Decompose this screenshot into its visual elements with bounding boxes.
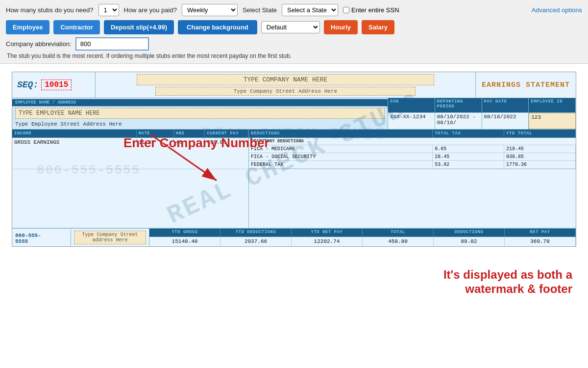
hourly-button[interactable]: Hourly [324, 20, 358, 34]
hrs-header: HRS [174, 130, 205, 137]
emp-id-value: 123 [529, 113, 576, 129]
reporting-period-value: 08/10/2022 - 08/16/ [435, 113, 482, 129]
employee-info-right: SSN REPORTING PERIOD PAY DATE EMPLOYEE I… [388, 98, 576, 129]
employee-button[interactable]: Employee [6, 20, 49, 34]
ssn-label: Enter entire SSN [351, 6, 399, 14]
current-pay-header: CURRENT PAY [205, 130, 248, 137]
fica-medicare-label: FICA - MEDICARE [249, 145, 433, 153]
employee-row: EMPLOYEE NAME / ADDRESS TYPE EMPLOYEE NA… [12, 98, 576, 130]
footer-addr-block: Type Company Street address Here [71, 229, 149, 246]
gross-earnings-section: GROSS EARNINGS 11.47 40 458.80 STATUTORY… [12, 138, 576, 169]
deposit-slip-button[interactable]: Deposit slip(+4.99) [104, 20, 174, 34]
fica-medicare-ytd: 219.45 [504, 145, 576, 153]
annotation-watermark: It's displayed as both a watermark & foo… [443, 268, 572, 295]
company-addr-field: Type Company Street Address Here [155, 87, 416, 96]
fica-ss-ytd: 938.85 [504, 153, 576, 160]
net-pay-header: NET PAY [505, 229, 576, 237]
total-tax-header: TOTAL TAX [433, 130, 504, 137]
income-deductions-area: INCOME RATE HRS CURRENT PAY DEDUCTIONS T… [12, 130, 576, 228]
ytd-deductions-header: YTD DEDUCTIONS [220, 229, 292, 237]
toolbar: How many stubs do you need? 12345 How ar… [0, 0, 588, 64]
company-name-field: TYPE COMPANY NAME HERE [137, 74, 434, 85]
stubs-select[interactable]: 12345 [98, 4, 119, 16]
pay-date-value: 08/18/2022 [482, 113, 529, 129]
ytd-gross-header: YTD GROSS [149, 229, 220, 237]
income-header: INCOME [12, 130, 137, 137]
gross-earnings-label: GROSS EARNINGS [12, 138, 137, 147]
deductions-footer-header: DEDUCTIONS [434, 229, 505, 237]
gross-hrs: 40 [174, 138, 205, 147]
ytd-gross-value: 15140.40 [149, 237, 220, 247]
gross-current-pay: 458.80 [205, 138, 248, 147]
toolbar-note: The stub you build is the most recent. I… [7, 53, 292, 59]
fica-medicare-row: FICA - MEDICARE 6.65 219.45 [249, 145, 576, 153]
contractor-button[interactable]: Contractor [53, 20, 99, 34]
gross-rate: 11.47 [137, 138, 174, 147]
default-select[interactable]: DefaultOption 2Option 3 [261, 21, 320, 33]
deductions-header: DEDUCTIONS [249, 130, 433, 137]
fica-medicare-tax: 6.65 [433, 145, 504, 153]
paid-select[interactable]: WeeklyBi-WeeklySemi-MonthlyMonthly [182, 4, 238, 16]
statutory-deductions-label: STATUTORY DEDUCTIONS [249, 138, 576, 145]
ssn-checkbox[interactable] [343, 7, 349, 13]
ytd-total-header: YTD TOTAL [504, 130, 576, 137]
ytd-deductions-value: 2937.66 [220, 237, 292, 247]
pay-stub: REAL CHECK STUBS REAL CHECK STUBS 800-55… [12, 72, 576, 247]
deductions-footer-value: 89.02 [434, 237, 505, 247]
reporting-period-header: REPORTING PERIOD [435, 98, 482, 113]
ytd-net-pay-value: 12202.74 [292, 237, 363, 247]
federal-tax-row: FEDERAL TAX 53.92 1779.36 [249, 161, 576, 169]
empty-rows [12, 169, 576, 228]
company-abbrev-input[interactable] [75, 37, 149, 51]
earnings-statement-block: EARNINGS STATEMENT [476, 72, 576, 98]
stub-footer: 800-555- 5555 Type Company Street addres… [12, 228, 576, 246]
ssn-value: XXX-XX-1234 [388, 113, 435, 129]
footer-phone-block: 800-555- 5555 [12, 229, 71, 246]
emp-name-header: EMPLOYEE NAME / ADDRESS [12, 99, 388, 106]
change-background-button[interactable]: Change background [178, 20, 257, 34]
state-select[interactable]: Select a State AlabamaAlaskaArizona [282, 4, 338, 16]
federal-tax-ytd: 1779.36 [504, 161, 576, 168]
emp-name-value: TYPE EMPLOYEE NAME HERE [15, 108, 385, 119]
stub-header: SEQ: 10015 TYPE COMPANY NAME HERE Type C… [12, 72, 576, 98]
ssn-header: SSN [388, 98, 435, 113]
pay-date-header: PAY DATE [482, 98, 529, 113]
total-value: 458.80 [363, 237, 434, 247]
footer-totals: YTD GROSS YTD DEDUCTIONS YTD NET PAY TOT… [149, 229, 576, 246]
seq-value: 10015 [41, 79, 72, 90]
ssn-checkbox-label[interactable]: Enter entire SSN [343, 6, 399, 14]
fica-ss-label: FICA - SOCIAL SECURITY [249, 153, 433, 160]
salary-button[interactable]: Salary [362, 20, 394, 34]
income-deductions-header: INCOME RATE HRS CURRENT PAY DEDUCTIONS T… [12, 130, 576, 138]
paid-label: How are you paid? [124, 6, 177, 14]
net-pay-value: 369.78 [505, 237, 576, 247]
seq-block: SEQ: 10015 [12, 72, 96, 98]
fica-ss-row: FICA - SOCIAL SECURITY 28.45 938.85 [249, 153, 576, 161]
employee-info-left: EMPLOYEE NAME / ADDRESS TYPE EMPLOYEE NA… [12, 98, 388, 129]
company-abbrev-label: Company abbreviation: [6, 40, 72, 48]
seq-label: SEQ: [17, 80, 38, 90]
earnings-statement-text: EARNINGS STATEMENT [482, 81, 570, 89]
fica-ss-tax: 28.45 [433, 153, 504, 160]
company-name-block: TYPE COMPANY NAME HERE Type Company Stre… [96, 72, 476, 98]
rate-header: RATE [137, 130, 174, 137]
emp-addr-value: Type Employee Street Address Here [12, 120, 388, 128]
ytd-net-pay-header: YTD NET PAY [292, 229, 363, 237]
stubs-label: How many stubs do you need? [6, 6, 94, 14]
employee-id-header: EMPLOYEE ID [529, 98, 576, 113]
footer-addr-field: Type Company Street address Here [74, 231, 146, 244]
company-abbrev-row: Company abbreviation: [6, 37, 582, 51]
federal-tax-label: FEDERAL TAX [249, 161, 433, 168]
federal-tax-amount: 53.92 [433, 161, 504, 168]
total-header: TOTAL [363, 229, 434, 237]
footer-phone-text: 800-555- 5555 [15, 233, 68, 244]
state-label: Select State [243, 6, 277, 14]
advanced-options-link[interactable]: Advanced options [532, 6, 582, 14]
